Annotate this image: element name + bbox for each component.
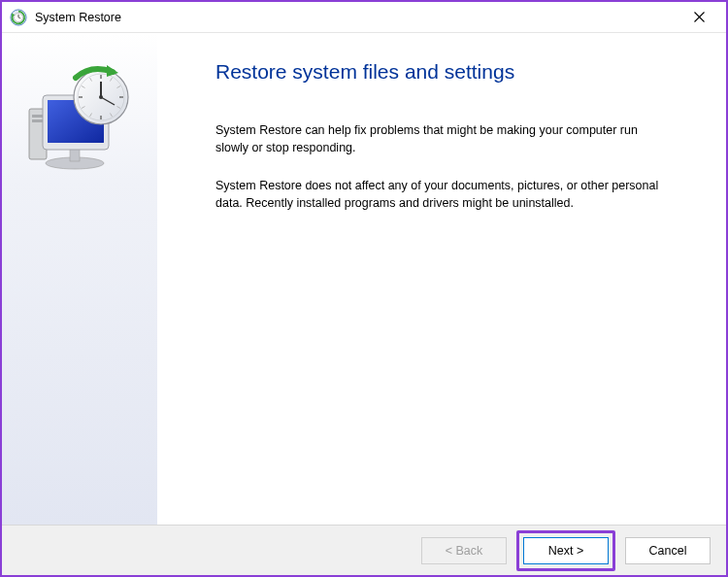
cancel-button[interactable]: Cancel: [625, 537, 711, 564]
next-highlight: Next >: [516, 530, 615, 571]
next-button[interactable]: Next >: [523, 537, 609, 564]
content: Restore system files and settings System…: [2, 33, 726, 525]
page-heading: Restore system files and settings: [215, 60, 687, 84]
close-button[interactable]: [679, 3, 718, 32]
system-restore-icon: [10, 9, 27, 26]
system-restore-window: System Restore: [0, 0, 728, 577]
sidebar: [2, 33, 157, 525]
description-paragraph-1: System Restore can help fix problems tha…: [215, 122, 662, 156]
back-button: < Back: [421, 537, 507, 564]
svg-point-31: [99, 95, 103, 99]
titlebar: System Restore: [2, 2, 726, 33]
footer: < Back Next > Cancel: [2, 525, 726, 575]
svg-rect-8: [32, 115, 44, 118]
svg-rect-9: [32, 119, 44, 122]
main-panel: Restore system files and settings System…: [157, 33, 726, 525]
description-paragraph-2: System Restore does not affect any of yo…: [215, 178, 662, 212]
restore-monitor-clock-icon: [21, 62, 138, 179]
window-title: System Restore: [35, 11, 679, 24]
